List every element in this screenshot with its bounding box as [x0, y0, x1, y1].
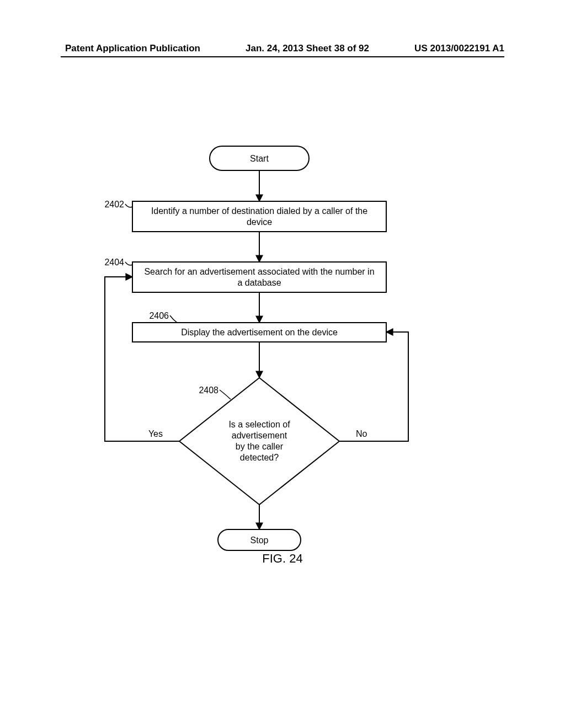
ref-2408: 2408 — [199, 386, 218, 395]
svg-marker-4 — [179, 378, 339, 505]
header-rule — [61, 56, 504, 57]
step-2406: Display the advertisement on the device — [132, 323, 386, 342]
page-header: Patent Application Publication Jan. 24, … — [0, 43, 565, 54]
step-2404: Search for an advertisement associated w… — [132, 262, 386, 292]
stop-label: Stop — [250, 536, 269, 545]
branch-yes-label: Yes — [148, 429, 163, 438]
ref-2408-tail — [220, 390, 231, 399]
step-2404-line1: Search for an advertisement associated w… — [144, 267, 374, 276]
stop-node: Stop — [218, 529, 301, 550]
dec-line4: detected? — [240, 453, 279, 462]
branch-no-label: No — [356, 429, 367, 438]
ref-2406-tail — [170, 315, 177, 323]
step-2402-line1: Identify a number of destination dialed … — [151, 206, 367, 216]
ref-2404-tail — [125, 262, 132, 265]
step-2402: Identify a number of destination dialed … — [132, 201, 386, 232]
ref-2404: 2404 — [104, 258, 124, 267]
start-label: Start — [250, 154, 269, 163]
ref-2402-tail — [125, 204, 132, 207]
step-2406-line1: Display the advertisement on the device — [181, 328, 338, 337]
header-left: Patent Application Publication — [0, 43, 200, 54]
ref-2402: 2402 — [104, 200, 124, 209]
start-node: Start — [210, 146, 309, 170]
dec-line3: by the caller — [236, 442, 284, 451]
decision-2408: Is a selection of advertisement by the c… — [179, 378, 339, 505]
ref-2406: 2406 — [149, 311, 169, 320]
step-2404-line2: a database — [237, 278, 281, 287]
arrow-no — [339, 332, 408, 441]
header-right: US 2013/0022191 A1 — [414, 43, 565, 54]
dec-line2: advertisement — [232, 431, 287, 440]
figure-label: FIG. 24 — [0, 552, 565, 566]
header-mid: Jan. 24, 2013 Sheet 38 of 92 — [246, 43, 369, 54]
step-2402-line2: device — [247, 217, 272, 227]
flowchart: Start Identify a number of destination d… — [0, 66, 565, 673]
dec-line1: Is a selection of — [228, 420, 290, 429]
arrow-yes — [105, 277, 179, 441]
